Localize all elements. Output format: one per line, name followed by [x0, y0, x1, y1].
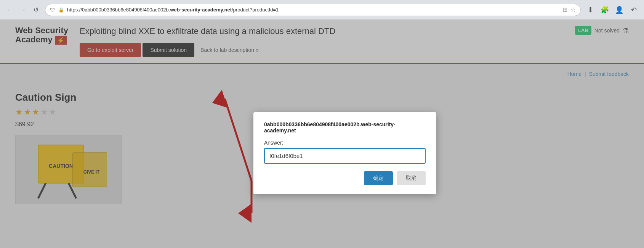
- dialog-label: Answer:: [264, 140, 426, 146]
- shield-icon: 🛡: [50, 7, 55, 13]
- dialog-input[interactable]: [264, 148, 426, 164]
- dialog-overlay: 0abb000b0336bb6e804908f400ae002b.web-sec…: [0, 20, 644, 248]
- url-display: https://0abb000b0336bb6e804908f400ae002b…: [67, 7, 559, 13]
- menu-icon[interactable]: ↶: [628, 4, 639, 16]
- address-bar[interactable]: 🛡 🔒 https://0abb000b0336bb6e804908f400ae…: [45, 4, 581, 16]
- bookmark-icon: ☆: [570, 6, 576, 13]
- refresh-button[interactable]: ↺: [30, 5, 41, 15]
- dialog-buttons: 确定 取消: [264, 171, 426, 185]
- dialog-origin: 0abb000b0336bb6e804908f400ae002b.web-sec…: [264, 121, 426, 134]
- back-button[interactable]: ←: [5, 5, 15, 15]
- nav-buttons: ← → ↺: [5, 5, 41, 15]
- page-content: Web Security Academy ⚡ Exploiting blind …: [0, 20, 644, 248]
- confirm-button[interactable]: 确定: [364, 171, 393, 185]
- download-icon[interactable]: ⬇: [585, 4, 596, 16]
- browser-toolbar: ⬇ 🧩 👤 ↶: [585, 4, 639, 16]
- forward-button[interactable]: →: [18, 5, 28, 15]
- profile-icon[interactable]: 👤: [614, 4, 625, 16]
- browser-chrome: ← → ↺ 🛡 🔒 https://0abb000b0336bb6e804908…: [0, 0, 644, 20]
- lock-icon: 🔒: [58, 7, 64, 13]
- cancel-button[interactable]: 取消: [397, 171, 426, 185]
- url-prefix: https://0abb000b0336bb6e804908f400ae002b…: [67, 7, 170, 13]
- qr-icon: ⊞: [562, 6, 567, 13]
- extensions-icon[interactable]: 🧩: [599, 4, 610, 16]
- url-path: /product?productId=1: [232, 7, 279, 13]
- url-domain: web-security-academy.net: [170, 7, 232, 13]
- dialog-box: 0abb000b0336bb6e804908f400ae002b.web-sec…: [253, 112, 436, 194]
